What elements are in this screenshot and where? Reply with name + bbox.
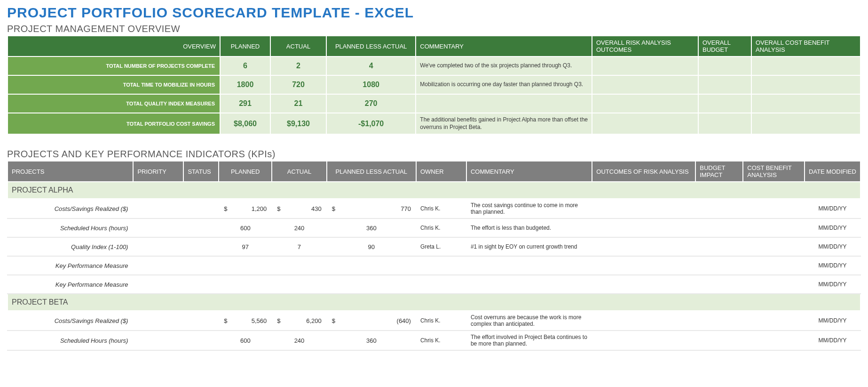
risk-cell[interactable] [592,218,695,237]
kpi-diff[interactable]: 360 [327,331,416,350]
cba-cell[interactable] [743,256,805,275]
overview-budget[interactable] [698,56,751,75]
cba-cell[interactable] [743,237,805,256]
overview-comment[interactable] [416,94,592,113]
status-cell[interactable]: YELLOW [183,311,219,331]
kpi-actual[interactable]: 240 [272,218,326,237]
overview-diff[interactable]: -$1,070 [326,113,416,134]
kpi-actual[interactable] [272,256,326,275]
budget-impact-cell[interactable] [695,331,743,350]
overview-cba[interactable] [751,56,860,75]
kpi-planned[interactable] [219,275,272,294]
overview-actual[interactable]: 720 [270,75,326,94]
cba-cell[interactable] [743,331,805,350]
kpi-planned[interactable]: 97 [219,237,272,256]
status-cell[interactable]: GREEN [183,275,219,294]
kpi-planned[interactable]: 600 [219,331,272,350]
budget-impact-cell[interactable] [695,218,743,237]
kpi-actual[interactable]: 7 [272,237,326,256]
kpi-planned[interactable] [219,256,272,275]
status-cell[interactable]: RED [183,218,219,237]
budget-impact-cell[interactable] [695,311,743,331]
status-cell[interactable]: GREEN [183,256,219,275]
priority-cell[interactable]: HIGH [133,311,183,331]
kpi-diff[interactable]: $(640) [327,311,416,331]
budget-impact-cell[interactable] [695,237,743,256]
budget-impact-cell[interactable] [695,199,743,218]
overview-diff[interactable]: 270 [326,94,416,113]
owner-cell[interactable]: Chris K. [416,311,466,331]
risk-cell[interactable] [592,275,695,294]
overview-risk[interactable] [592,94,698,113]
priority-cell[interactable]: MEDIUM [133,218,183,237]
owner-cell[interactable] [416,275,466,294]
cba-cell[interactable] [743,275,805,294]
overview-planned[interactable]: 291 [220,94,270,113]
status-cell[interactable]: GREY [183,331,219,350]
overview-cba[interactable] [751,113,860,134]
kpi-planned[interactable]: $1,200 [219,199,272,218]
cba-cell[interactable] [743,311,805,331]
overview-risk[interactable] [592,56,698,75]
date-modified-cell[interactable]: MM/DD/YY [805,331,860,350]
date-modified-cell[interactable]: MM/DD/YY [805,311,860,331]
priority-cell[interactable]: LOW [133,256,183,275]
overview-risk[interactable] [592,113,698,134]
risk-cell[interactable] [592,311,695,331]
overview-comment[interactable]: The additional benefits gained in Projec… [416,113,592,134]
commentary-cell[interactable]: The effort is less than budgeted. [466,218,592,237]
status-cell[interactable]: YELLOW [183,199,219,218]
kpi-diff[interactable] [327,275,416,294]
kpi-actual[interactable] [272,275,326,294]
owner-cell[interactable]: Greta L. [416,237,466,256]
commentary-cell[interactable]: The cost savings continue to come in mor… [466,199,592,218]
budget-impact-cell[interactable] [695,275,743,294]
overview-actual[interactable]: 21 [270,94,326,113]
owner-cell[interactable] [416,256,466,275]
overview-planned[interactable]: $8,060 [220,113,270,134]
kpi-actual[interactable]: $430 [272,199,326,218]
overview-planned[interactable]: 6 [220,56,270,75]
overview-risk[interactable] [592,75,698,94]
cba-cell[interactable] [743,218,805,237]
overview-budget[interactable] [698,75,751,94]
overview-budget[interactable] [698,113,751,134]
overview-comment[interactable]: We've completed two of the six projects … [416,56,592,75]
status-cell[interactable]: GREY [183,237,219,256]
priority-cell[interactable]: HIGH [133,275,183,294]
overview-budget[interactable] [698,94,751,113]
kpi-diff[interactable]: $770 [327,199,416,218]
commentary-cell[interactable]: The effort involved in Project Beta cont… [466,331,592,350]
risk-cell[interactable] [592,237,695,256]
overview-comment[interactable]: Mobilization is occurring one day faster… [416,75,592,94]
kpi-planned[interactable]: 600 [219,218,272,237]
priority-cell[interactable]: MEDIUM [133,331,183,350]
commentary-cell[interactable]: #1 in sight by EOY on current growth tre… [466,237,592,256]
overview-diff[interactable]: 4 [326,56,416,75]
overview-diff[interactable]: 1080 [326,75,416,94]
owner-cell[interactable]: Chris K. [416,218,466,237]
overview-planned[interactable]: 1800 [220,75,270,94]
priority-cell[interactable]: LOW [133,199,183,218]
budget-impact-cell[interactable] [695,256,743,275]
kpi-diff[interactable]: 360 [327,218,416,237]
date-modified-cell[interactable]: MM/DD/YY [805,275,860,294]
risk-cell[interactable] [592,199,695,218]
commentary-cell[interactable]: Cost overruns are because the work is mo… [466,311,592,331]
commentary-cell[interactable] [466,256,592,275]
risk-cell[interactable] [592,256,695,275]
date-modified-cell[interactable]: MM/DD/YY [805,256,860,275]
kpi-actual[interactable]: $6,200 [272,311,326,331]
commentary-cell[interactable] [466,275,592,294]
overview-cba[interactable] [751,75,860,94]
date-modified-cell[interactable]: MM/DD/YY [805,199,860,218]
date-modified-cell[interactable]: MM/DD/YY [805,237,860,256]
kpi-actual[interactable]: 240 [272,331,326,350]
overview-cba[interactable] [751,94,860,113]
owner-cell[interactable]: Chris K. [416,199,466,218]
risk-cell[interactable] [592,331,695,350]
kpi-diff[interactable]: 90 [327,237,416,256]
overview-actual[interactable]: 2 [270,56,326,75]
date-modified-cell[interactable]: MM/DD/YY [805,218,860,237]
kpi-planned[interactable]: $5,560 [219,311,272,331]
